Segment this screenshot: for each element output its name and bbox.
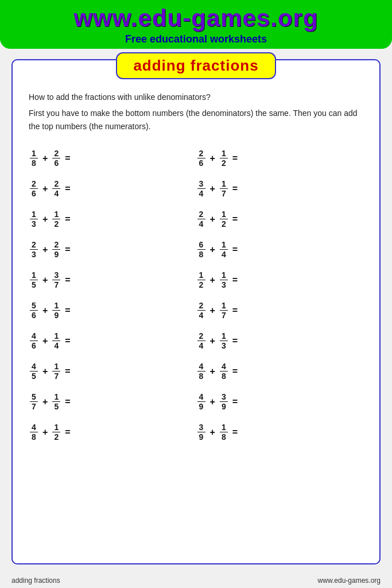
equals-sign: =	[232, 184, 238, 194]
fraction: 15	[29, 270, 39, 289]
plus-sign: +	[210, 184, 215, 194]
instruction-line-2: First you have to make the bottom number…	[29, 107, 363, 133]
fraction: 13	[29, 210, 39, 229]
fraction: 18	[219, 423, 229, 442]
main-content: adding fractions How to add the fraction…	[0, 49, 392, 573]
equals-sign: =	[65, 153, 70, 164]
fraction: 29	[51, 240, 61, 259]
fraction: 26	[51, 149, 61, 168]
plus-sign: +	[42, 275, 48, 285]
plus-sign: +	[210, 366, 215, 377]
fraction: 12	[51, 210, 61, 229]
equals-sign: =	[232, 153, 238, 164]
fraction: 23	[29, 240, 39, 259]
footer-right: www.edu-games.org	[318, 577, 381, 585]
problem: 23+29=	[29, 234, 196, 265]
equals-sign: =	[232, 427, 238, 438]
fraction: 48	[29, 423, 39, 442]
plus-sign: +	[42, 184, 48, 194]
equals-sign: =	[65, 427, 70, 438]
fraction: 17	[51, 362, 61, 381]
fraction: 17	[219, 301, 229, 320]
fraction: 17	[219, 179, 229, 198]
worksheet: adding fractions How to add the fraction…	[11, 59, 381, 564]
problem: 34+17=	[196, 173, 364, 204]
fraction: 48	[219, 362, 229, 381]
equals-sign: =	[232, 305, 238, 316]
fraction: 48	[196, 362, 207, 381]
plus-sign: +	[42, 153, 48, 164]
problems-grid: 18+26=26+12=26+24=34+17=13+12=24+12=23+2…	[29, 143, 363, 447]
problem: 48+48=	[196, 356, 364, 386]
equals-sign: =	[65, 397, 70, 407]
fraction: 12	[219, 210, 229, 229]
fraction: 12	[196, 270, 207, 289]
problem: 46+14=	[29, 326, 196, 356]
problem: 45+17=	[29, 356, 196, 386]
fraction: 24	[196, 301, 207, 320]
equals-sign: =	[232, 214, 238, 225]
plus-sign: +	[210, 275, 215, 285]
problem: 26+12=	[196, 143, 364, 173]
fraction: 45	[29, 362, 39, 381]
fraction: 24	[196, 210, 207, 229]
problem: 39+18=	[196, 417, 364, 447]
problem: 26+24=	[29, 173, 196, 204]
fraction: 49	[196, 392, 207, 411]
plus-sign: +	[42, 214, 48, 225]
equals-sign: =	[232, 336, 238, 346]
equals-sign: =	[65, 336, 70, 346]
plus-sign: +	[42, 366, 48, 377]
plus-sign: +	[210, 245, 215, 255]
plus-sign: +	[42, 427, 48, 438]
plus-sign: +	[42, 305, 48, 316]
plus-sign: +	[42, 336, 48, 346]
plus-sign: +	[210, 153, 215, 164]
fraction: 26	[196, 149, 207, 168]
fraction: 39	[196, 423, 207, 442]
fraction: 18	[29, 149, 39, 168]
equals-sign: =	[65, 184, 70, 194]
site-title: www.edu-games.org	[9, 5, 383, 32]
fraction: 24	[196, 331, 207, 350]
header: www.edu-games.org Free educational works…	[0, 0, 392, 49]
footer: adding fractions www.edu-games.org	[0, 573, 392, 588]
equals-sign: =	[232, 366, 238, 377]
fraction: 39	[219, 392, 229, 411]
fraction: 57	[29, 392, 39, 411]
fraction: 46	[29, 331, 39, 350]
worksheet-title: adding fractions	[116, 52, 275, 79]
footer-left: adding fractions	[11, 577, 60, 585]
plus-sign: +	[210, 214, 215, 225]
site-subtitle: Free educational worksheets	[9, 33, 383, 45]
fraction: 15	[51, 392, 61, 411]
instruction-line-1: How to add the fractions with unlike den…	[29, 91, 363, 103]
fraction: 12	[51, 423, 61, 442]
problem: 24+17=	[196, 295, 364, 326]
equals-sign: =	[65, 305, 70, 316]
fraction: 26	[29, 179, 39, 198]
problem: 24+12=	[196, 204, 364, 234]
fraction: 56	[29, 301, 39, 320]
equals-sign: =	[232, 397, 238, 407]
plus-sign: +	[210, 427, 215, 438]
title-badge-wrap: adding fractions	[29, 52, 363, 79]
problem: 56+19=	[29, 295, 196, 326]
plus-sign: +	[210, 397, 215, 407]
fraction: 14	[51, 331, 61, 350]
problem: 49+39=	[196, 386, 364, 417]
fraction: 13	[219, 270, 229, 289]
problem: 24+13=	[196, 326, 364, 356]
equals-sign: =	[65, 245, 70, 255]
plus-sign: +	[210, 336, 215, 346]
instructions: How to add the fractions with unlike den…	[29, 91, 363, 133]
equals-sign: =	[65, 214, 70, 225]
fraction: 13	[219, 331, 229, 350]
equals-sign: =	[232, 275, 238, 285]
problem: 12+13=	[196, 265, 364, 295]
plus-sign: +	[42, 397, 48, 407]
equals-sign: =	[232, 245, 238, 255]
fraction: 37	[51, 270, 61, 289]
problem: 68+14=	[196, 234, 364, 265]
plus-sign: +	[210, 305, 215, 316]
